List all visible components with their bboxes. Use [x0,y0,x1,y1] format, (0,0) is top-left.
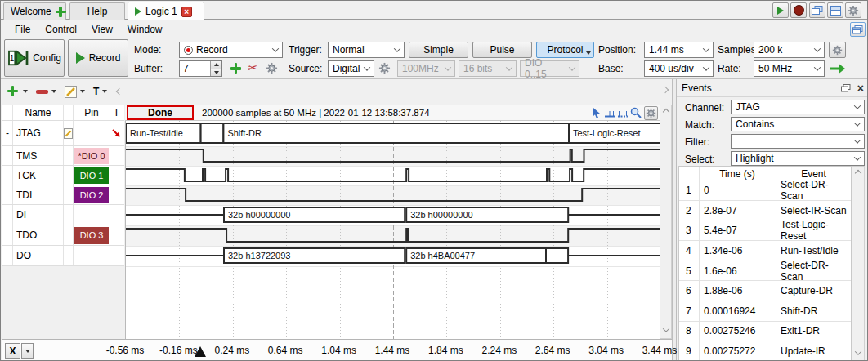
mode-select[interactable]: Record [179,42,283,58]
waveform-plot[interactable]: Run-Test/IdleShift-DRTest-Logic-Reset32b… [125,121,660,339]
signal-row-do[interactable]: DO [2,246,124,266]
remove-signal-icon[interactable] [36,90,48,94]
sample-settings-button[interactable] [829,42,846,58]
config-button[interactable]: 1 Config [4,39,65,77]
expand-icon[interactable] [662,87,669,93]
signal-row-tdo[interactable]: TDODIO 3 [2,225,124,246]
match-select[interactable]: Contains [731,117,865,131]
base-select[interactable]: 400 us/div [644,60,714,77]
gear-icon[interactable] [266,62,278,74]
record-button[interactable]: Record [68,39,128,77]
wave-scrollbar[interactable] [660,105,672,339]
note-cell[interactable] [64,121,74,145]
stop-button[interactable] [790,2,807,18]
buffer-stepper[interactable]: 7 [179,60,222,77]
spin-up-icon[interactable] [211,61,221,69]
scissors-icon[interactable]: ✂ [248,60,258,75]
signal-name[interactable]: DI [13,205,64,225]
tab-welcome[interactable]: Welcome [3,2,66,20]
trigger-menu[interactable]: T [93,86,99,97]
signal-row-tms[interactable]: TMS*DIO 0 [2,146,124,166]
event-row[interactable]: 80.00275246Exit1-DR [679,322,851,342]
pin-cell[interactable]: DIO 3 [74,225,110,245]
dropdown-caret-icon[interactable] [80,90,85,93]
add-signal-icon[interactable] [7,86,20,98]
restore-window-button[interactable] [850,22,866,37]
close-panel-icon[interactable]: × [857,82,864,95]
event-row[interactable]: 22.8e-07Select-IR-Scan [679,201,851,221]
float-panel-icon[interactable] [841,84,851,92]
trigger-cell[interactable] [110,205,123,225]
signal-row-di[interactable]: DI [2,205,124,225]
select-select[interactable]: Highlight [731,151,865,166]
trigger-select[interactable]: Normal [328,42,405,58]
menu-control[interactable]: Control [38,21,84,38]
axis-x-button[interactable]: X [5,343,34,359]
menu-window[interactable]: Window [120,21,170,38]
collapse-toggle[interactable]: - [2,121,13,145]
pin-cell[interactable]: DIO 2 [74,185,110,204]
settings-gear-button[interactable] [845,2,861,18]
signal-name[interactable]: TMS [13,146,64,165]
trigger-position-marker[interactable] [195,346,206,357]
signal-name[interactable]: TDI [13,185,64,204]
measure-dashed-icon[interactable] [617,108,629,118]
trigger-cell[interactable] [110,166,123,185]
menu-file[interactable]: File [7,21,38,38]
add-buffer-icon[interactable] [230,63,241,74]
scroll-up-icon[interactable] [662,109,669,115]
edit-icon[interactable] [65,86,77,98]
event-row[interactable]: 41.34e-06Run-Test/Idle [679,241,851,261]
event-row[interactable]: 35.4e-07Test-Logic-Reset [679,221,851,242]
signal-row-tdi[interactable]: TDIDIO 2 [2,185,124,205]
signal-name[interactable]: JTAG [13,121,64,145]
gear-icon[interactable] [378,62,391,74]
signal-row-jtag[interactable]: -JTAG [2,121,124,146]
scroll-up-icon[interactable] [855,170,861,176]
filter-input[interactable] [731,134,865,149]
signal-name[interactable]: DO [13,246,64,265]
pin-cell[interactable] [74,205,110,225]
event-row[interactable]: 61.88e-06Capture-DR [679,282,851,302]
run-button[interactable] [772,2,789,18]
channel-select[interactable]: JTAG [731,100,865,114]
position-select[interactable]: 1.44 ms [644,42,714,58]
signal-name[interactable]: TDO [13,225,64,245]
event-row[interactable]: 70.00016924Shift-DR [679,301,851,322]
collapse-icon[interactable] [116,88,123,95]
tab-logic1[interactable]: Logic 1 × [128,2,204,20]
cursor-icon[interactable] [591,107,602,119]
pin-cell[interactable]: *DIO 0 [74,146,110,165]
menu-view[interactable]: View [84,21,120,38]
samples-select[interactable]: 200 k [754,42,825,58]
signal-name[interactable]: TCK [13,166,64,185]
dropdown-caret-icon[interactable] [23,90,28,93]
trigger-cell[interactable] [110,246,123,265]
scroll-down-icon[interactable] [855,348,861,354]
arrow-right-icon[interactable] [830,64,846,74]
cascade-windows-button[interactable] [809,2,825,18]
simple-button[interactable]: Simple [409,42,468,58]
trigger-cell[interactable] [110,146,123,165]
spin-down-icon[interactable] [211,69,221,77]
event-row[interactable]: 10Select-DR-Scan [679,181,851,202]
pin-cell[interactable] [74,121,110,145]
pin-cell[interactable]: DIO 1 [74,166,110,185]
dropdown-caret-icon[interactable] [51,90,56,93]
axis-x-dropdown[interactable] [21,343,34,359]
trigger-cell[interactable] [110,121,123,145]
zoom-icon[interactable] [630,107,642,119]
tab-help[interactable]: Help [69,2,125,20]
trigger-cell[interactable] [110,225,123,245]
wave-settings-button[interactable] [644,106,658,120]
rate-select[interactable]: 50 MHz [754,60,825,77]
close-icon[interactable]: × [181,7,192,17]
measure-icon[interactable] [604,108,615,118]
protocol-button[interactable]: Protocol [536,42,594,58]
done-button[interactable]: Done [127,105,194,120]
signal-row-tck[interactable]: TCKDIO 1 [2,166,124,185]
pin-cell[interactable] [74,246,110,265]
scroll-down-icon[interactable] [662,325,669,332]
pulse-button[interactable]: Pulse [472,42,532,58]
event-row[interactable]: 51.6e-06Select-DR-Scan [679,261,851,282]
